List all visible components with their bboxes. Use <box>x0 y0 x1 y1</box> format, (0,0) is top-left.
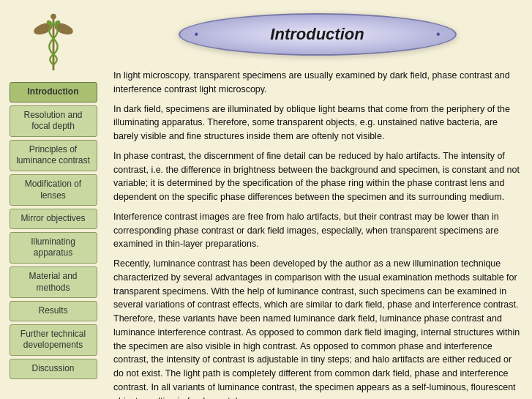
paragraph-4: Interference contrast images are free fr… <box>113 210 521 251</box>
nav-items: IntroductionResolution and focal depthPr… <box>10 82 97 379</box>
nav-item-principles-luminance[interactable]: Principles of luminance contrast <box>10 140 97 171</box>
main-content: Introduction In light microscopy, transp… <box>106 0 532 399</box>
caduceus-logo <box>28 7 79 73</box>
body-text: In light microscopy, transparent specime… <box>113 69 521 399</box>
paragraph-1: In light microscopy, transparent specime… <box>113 69 521 97</box>
paragraph-2: In dark field, specimens are illuminated… <box>113 102 521 143</box>
nav-item-modification-lenses[interactable]: Modification of lenses <box>10 174 97 206</box>
nav-item-introduction[interactable]: Introduction <box>10 82 97 102</box>
sidebar: IntroductionResolution and focal depthPr… <box>0 0 106 399</box>
page-wrapper: IntroductionResolution and focal depthPr… <box>0 0 532 399</box>
nav-item-further-technical[interactable]: Further technical developements <box>10 324 97 356</box>
nav-item-resolution-focal-depth[interactable]: Resolution and focal depth <box>10 105 97 137</box>
paragraph-5: Recently, luminance contrast has been de… <box>113 257 521 399</box>
page-title: Introduction <box>270 25 364 44</box>
nav-item-mirror-objectives[interactable]: Mirror objectives <box>10 209 97 229</box>
svg-point-1 <box>50 13 56 19</box>
nav-item-discussion[interactable]: Discussion <box>10 359 97 379</box>
nav-item-material-methods[interactable]: Material and methods <box>10 266 97 298</box>
header-oval: Introduction <box>179 13 457 56</box>
nav-item-illuminating-apparatus[interactable]: Illuminating apparatus <box>10 232 97 264</box>
paragraph-3: In phase contrast, the discernment of fi… <box>113 149 521 204</box>
nav-item-results[interactable]: Results <box>10 301 97 321</box>
header-area: Introduction <box>113 7 521 61</box>
